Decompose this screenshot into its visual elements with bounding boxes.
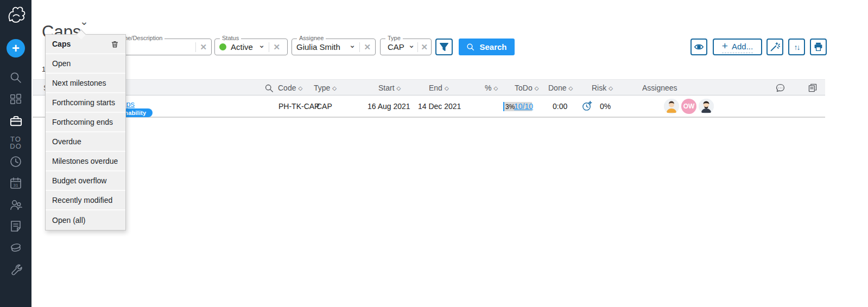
type-value[interactable]: CAP [388,42,404,52]
assignee-label: Assignee [297,35,326,41]
column-header-end[interactable]: End ◇ [429,80,449,96]
menu-item-next-milestones[interactable]: Next milestones [46,74,125,93]
column-header-todo[interactable]: ToDo ◇ [515,80,538,96]
magic-wand-icon [770,42,780,52]
clear-type-button[interactable]: ✕ [417,42,428,52]
assignee-avatar-1[interactable] [664,99,679,114]
briefcase-icon [9,114,23,128]
menu-item-recently-modified[interactable]: Recently modified [46,191,125,210]
menu-item-label: Recently modified [52,196,112,204]
assignee-field[interactable]: Assignee Giulia Smith ⌄ ✕ [292,39,376,55]
menu-item-overdue[interactable]: Overdue [46,132,125,152]
status-value[interactable]: Active [231,42,253,52]
status-label: Status [220,35,241,41]
column-header-code[interactable]: Code ◇ [278,80,302,96]
sort-icon: ◇ [568,85,573,91]
comments-column-icon[interactable] [775,80,785,96]
menu-item-forthcoming-starts[interactable]: Forthcoming starts [46,93,125,113]
printer-icon [813,42,823,52]
column-label: ToDo [515,84,533,92]
clear-icon: ✕ [421,43,428,51]
sidebar-item-projects[interactable] [0,114,31,128]
sort-icon: ◇ [298,85,302,91]
menu-item-forthcoming-ends[interactable]: Forthcoming ends [46,113,125,132]
menu-item-budget-overflow[interactable]: Budget overflow [46,171,125,191]
task-code: PH-TK-CAP [278,102,319,111]
column-label: Done [548,84,566,92]
sidebar-item-dashboard[interactable] [0,92,31,106]
sidebar: + TO DO [0,0,31,307]
wrench-icon [9,263,22,276]
todo-count-link[interactable]: 10/10 [514,102,533,111]
sidebar-item-todo[interactable]: TO DO [0,135,31,150]
copy-column-icon[interactable] [808,80,818,96]
view-options-button[interactable] [690,39,707,55]
progress-fill [503,102,504,111]
clock-icon [9,155,22,168]
sidebar-item-calendar[interactable]: 31 [0,176,31,190]
clear-icon: ✕ [200,43,207,51]
clear-icon: ✕ [364,43,371,51]
add-task-button[interactable]: + Add... [713,39,762,55]
task-end-date: 14 Dec 2021 [418,102,461,111]
assignee-chevron-down-icon[interactable]: ⌄ [349,40,356,50]
coins-icon [9,241,23,255]
type-field[interactable]: Type CAP ⌄ ✕ [380,39,432,55]
magic-actions-button[interactable] [766,39,783,55]
column-header-type[interactable]: Type ◇ [314,80,337,96]
clear-name-button[interactable]: ✕ [195,42,207,52]
progress-label: 3% [505,103,515,111]
document-icon [9,220,22,233]
plus-icon: + [12,42,20,55]
title-chevron-down-icon[interactable]: ⌄ [80,15,88,28]
risk-value: 0% [600,102,611,111]
clear-assignee-button[interactable]: ✕ [359,42,371,52]
sort-icon: ◇ [332,85,337,91]
sort-icon: ◇ [397,85,401,91]
status-chevron-down-icon[interactable]: ⌄ [258,40,265,50]
sidebar-item-tools[interactable] [0,263,31,277]
menu-item-open[interactable]: Open [46,54,125,74]
clear-status-button[interactable]: ✕ [269,42,280,52]
column-header-risk[interactable]: Risk ◇ [592,80,613,96]
done-hours: 0:00 [553,102,567,111]
quick-search-icon[interactable] [264,80,274,96]
search-button-label: Search [479,42,506,52]
sort-icon: ◇ [535,85,539,91]
calendar-icon: 31 [9,176,22,189]
assignee-avatar-2[interactable]: OW [681,99,696,114]
print-button[interactable] [810,39,827,55]
column-label: Risk [592,84,606,92]
menu-item-label: Milestones overdue [52,157,118,165]
add-global-button[interactable]: + [7,39,25,57]
task-start-date: 16 Aug 2021 [368,102,410,111]
sidebar-item-search[interactable] [0,71,31,85]
plus-icon: + [722,40,728,52]
search-button[interactable]: Search [459,39,515,55]
more-filters-button[interactable] [435,39,453,55]
sidebar-item-documents[interactable] [0,219,31,233]
sort-button[interactable]: ↑↓ [788,39,805,55]
add-worklog-button[interactable] [581,100,593,113]
menu-item-milestones-overdue[interactable]: Milestones overdue [46,152,125,171]
menu-item-label: Forthcoming ends [52,118,113,126]
clock-plus-icon [581,100,593,112]
column-label: Start [378,84,395,92]
menu-item-caps[interactable]: Caps [46,35,125,54]
menu-item-open-all[interactable]: Open (all) [46,210,125,230]
search-icon [466,43,475,52]
column-header-percent[interactable]: % ◇ [485,80,498,96]
assignee-value[interactable]: Giulia Smith [296,42,349,52]
sidebar-item-worklog[interactable] [0,155,31,169]
column-header-start[interactable]: Start ◇ [378,80,401,96]
assignee-avatar-3[interactable] [699,99,714,114]
type-chevron-down-icon[interactable]: ⌄ [408,40,415,50]
hand-logo-icon [5,4,27,26]
sidebar-item-resources[interactable] [0,197,31,212]
todo-label-line2: DO [10,143,22,150]
trash-icon[interactable] [111,40,119,48]
column-header-done[interactable]: Done ◇ [548,80,573,96]
status-field[interactable]: Status Active ⌄ ✕ [214,39,288,55]
sidebar-item-expenses[interactable] [0,240,31,255]
task-row[interactable]: Caps Sustainability PH-TK-CAP CAP 16 Aug… [33,95,825,118]
